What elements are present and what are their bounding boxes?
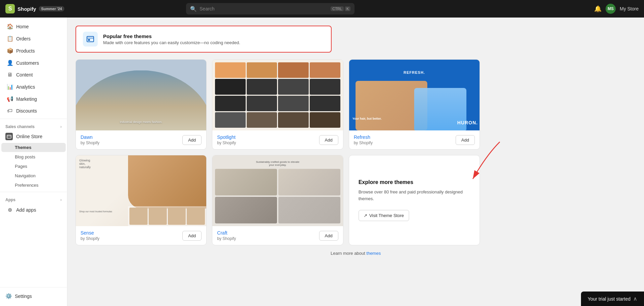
apps-label: Apps — [5, 197, 16, 202]
sense-product-1 — [129, 208, 148, 225]
preferences-label: Preferences — [15, 183, 38, 188]
dawn-name-link[interactable]: Dawn — [81, 134, 99, 140]
spot-cell — [278, 112, 309, 128]
craft-info: Craft by Shopify — [217, 230, 236, 241]
external-link-icon: ↗ — [364, 213, 367, 218]
sidebar-item-products[interactable]: 📦 Products — [1, 45, 66, 57]
visit-store-label: Visit Theme Store — [369, 213, 404, 218]
spot-cell — [310, 62, 340, 78]
themes-banner: Popular free themes Made with core featu… — [75, 26, 332, 53]
search-bar[interactable]: 🔍 CTRL K — [186, 3, 355, 14]
sidebar-item-content-label: Content — [16, 72, 33, 78]
sidebar-item-home[interactable]: 🏠 Home — [1, 21, 66, 32]
dawn-card-footer: Dawn by Shopify Add — [76, 130, 206, 149]
sense-tagline: Glowingskin,naturally — [79, 159, 91, 169]
spot-cell — [215, 96, 246, 111]
sense-subtitle: Shop our most trusted formulas — [79, 210, 112, 213]
spotlight-name-link[interactable]: Spotlight — [217, 134, 236, 140]
spot-cell — [247, 79, 277, 94]
online-store-label: Online Store — [16, 134, 42, 139]
sidebar-item-products-label: Products — [16, 48, 35, 54]
refresh-brand: HURON. — [457, 120, 478, 125]
spot-cell — [310, 112, 340, 128]
summer-badge: Summer '24 — [39, 6, 64, 11]
shortcut-k: K — [345, 6, 350, 11]
craft-by: by Shopify — [217, 236, 236, 241]
apps-section: Apps › — [0, 194, 67, 204]
analytics-icon: 📊 — [7, 84, 13, 90]
spotlight-card-footer: Spotlight by Shopify Add — [212, 130, 343, 149]
dawn-add-button[interactable]: Add — [182, 135, 202, 145]
products-icon: 📦 — [7, 48, 13, 54]
sense-name-link[interactable]: Sense — [81, 230, 99, 236]
sidebar-sub-item-blog-posts[interactable]: Blog posts — [1, 152, 66, 161]
spot-cell — [215, 79, 246, 94]
refresh-name-link[interactable]: Refresh — [354, 134, 373, 140]
sidebar-item-orders-label: Orders — [16, 36, 31, 41]
sidebar-sub-item-preferences[interactable]: Preferences — [1, 181, 66, 190]
sense-add-button[interactable]: Add — [182, 231, 202, 241]
add-apps-label: Add apps — [16, 207, 36, 213]
settings-icon: ⚙️ — [5, 293, 11, 299]
refresh-info: Refresh by Shopify — [354, 134, 373, 145]
craft-img-4 — [278, 197, 340, 223]
spot-cell — [278, 62, 309, 78]
refresh-image: REFRESH. Your hair, but better. HURON. — [349, 60, 480, 130]
spot-cell — [215, 112, 246, 128]
sense-product-2 — [149, 208, 167, 225]
footer-themes-link[interactable]: themes — [366, 251, 381, 256]
trial-text: Your trial just started — [588, 296, 631, 302]
spot-cell — [278, 79, 309, 94]
craft-name-link[interactable]: Craft — [217, 230, 236, 236]
spot-cell — [310, 96, 340, 111]
sidebar-item-marketing-label: Marketing — [16, 96, 37, 102]
craft-image: Sustainably crafted goods to elevateyour… — [212, 155, 343, 226]
blog-posts-label: Blog posts — [15, 154, 35, 159]
sidebar-item-customers[interactable]: 👤 Customers — [1, 57, 66, 69]
refresh-text: REFRESH. — [404, 70, 425, 74]
themes-banner-text: Popular free themes Made with core featu… — [103, 33, 240, 45]
sidebar-item-orders[interactable]: 📋 Orders — [1, 33, 66, 44]
spotlight-mock — [212, 60, 343, 130]
store-name: My Store — [620, 6, 639, 11]
craft-add-button[interactable]: Add — [319, 231, 338, 241]
spotlight-add-button[interactable]: Add — [319, 135, 338, 145]
logo[interactable]: S Shopify Summer '24 — [5, 4, 64, 13]
main-content: Popular free themes Made with core featu… — [67, 18, 644, 306]
craft-card-footer: Craft by Shopify Add — [212, 226, 343, 245]
topbar: S Shopify Summer '24 🔍 CTRL K 🔔 MS My St… — [0, 0, 644, 18]
explore-description: Browse over 80 free and paid professiona… — [359, 189, 470, 202]
search-input[interactable] — [200, 6, 328, 11]
sidebar-item-discounts[interactable]: 🏷 Discounts — [1, 105, 66, 117]
sidebar-sub-item-pages[interactable]: Pages — [1, 162, 66, 171]
trial-banner[interactable]: Your trial just started ∧ — [581, 292, 644, 306]
app-body: 🏠 Home 📋 Orders 📦 Products 👤 Customers 🖥… — [0, 18, 644, 306]
sidebar-sub-item-navigation[interactable]: Navigation — [1, 171, 66, 180]
sidebar-item-settings[interactable]: ⚙️ Settings — [0, 290, 67, 302]
visit-theme-store-button[interactable]: ↗ Visit Theme Store — [359, 210, 409, 221]
content-icon: 🖥 — [7, 72, 13, 78]
theme-card-refresh: REFRESH. Your hair, but better. HURON. R… — [349, 59, 480, 150]
avatar[interactable]: MS — [606, 4, 616, 14]
sidebar-item-analytics-label: Analytics — [16, 84, 35, 90]
apps-expand-icon[interactable]: › — [60, 197, 62, 202]
craft-mock: Sustainably crafted goods to elevateyour… — [212, 155, 343, 226]
sidebar-item-content[interactable]: 🖥 Content — [1, 69, 66, 81]
bell-icon[interactable]: 🔔 — [594, 5, 602, 12]
craft-tagline: Sustainably crafted goods to elevateyour… — [212, 160, 343, 166]
settings-label: Settings — [15, 294, 32, 299]
theme-card-craft: Sustainably crafted goods to elevateyour… — [212, 155, 343, 245]
search-icon: 🔍 — [190, 6, 197, 12]
sales-channels-expand-icon[interactable]: › — [60, 124, 62, 129]
pages-label: Pages — [15, 164, 27, 169]
sidebar-item-online-store[interactable]: Online Store — [0, 130, 67, 143]
sense-card-footer: Sense by Shopify Add — [76, 226, 206, 245]
sidebar-item-analytics[interactable]: 📊 Analytics — [1, 81, 66, 93]
sense-product-4 — [187, 208, 205, 225]
refresh-add-button[interactable]: Add — [456, 135, 475, 145]
sidebar-item-marketing[interactable]: 📢 Marketing — [1, 93, 66, 105]
sidebar-item-add-apps[interactable]: ⊕ Add apps — [1, 204, 66, 216]
footer-text: Learn more about — [331, 251, 365, 256]
discounts-icon: 🏷 — [7, 108, 13, 114]
sidebar-sub-item-themes[interactable]: Themes — [1, 143, 66, 152]
